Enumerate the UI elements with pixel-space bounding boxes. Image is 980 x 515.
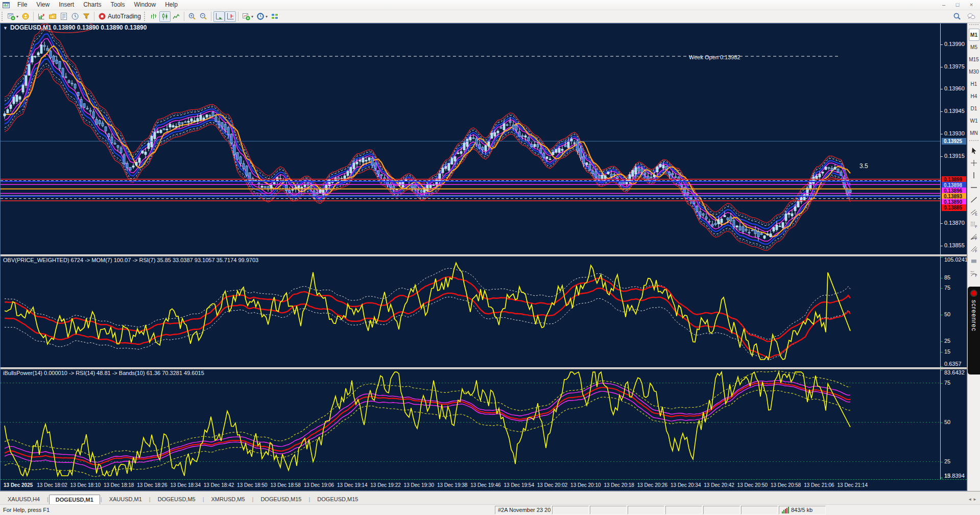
line-chart-button[interactable]	[171, 11, 182, 22]
period-button-w1[interactable]: W1	[969, 114, 979, 127]
vertical-line-tool-button[interactable]	[969, 169, 979, 181]
tab-dogeusd-m1[interactable]: DOGEUSD,M1	[49, 495, 100, 505]
minimize-button[interactable]: –	[938, 1, 950, 9]
bar-chart-button[interactable]	[148, 11, 159, 22]
cursor-tool-button[interactable]	[969, 145, 979, 157]
chart-title[interactable]: ▼DOGEUSD,M1 0.13890 0.13890 0.13890 0.13…	[3, 24, 147, 31]
main-chart-plot[interactable]: ▼DOGEUSD,M1 0.13890 0.13890 0.13890 0.13…	[1, 24, 940, 254]
zoom-out-button[interactable]	[198, 11, 209, 22]
dropdown-arrow-icon[interactable]: ▾	[16, 14, 18, 19]
chart-shift-button[interactable]	[225, 11, 236, 22]
menu-charts[interactable]: Charts	[79, 0, 106, 10]
zoom-in-button[interactable]	[186, 11, 198, 22]
axis-tick	[941, 383, 943, 384]
dropdown-arrow-icon[interactable]: ▾	[251, 14, 253, 19]
tab-scroll-right-icon[interactable]: ►	[973, 497, 977, 502]
tab-xauusd-m1[interactable]: XAUUSD,M1	[103, 494, 149, 504]
period-button-mn[interactable]: MN	[969, 127, 979, 139]
sidebar-grip[interactable]	[969, 24, 978, 28]
chart-title-text: DOGEUSD,M1 0.13890 0.13890 0.13890 0.138…	[10, 24, 147, 31]
indicator1-plot[interactable]: OBV(PRICE_WEIGHTED) 6724 -> MOM(7) 100.0…	[1, 256, 940, 367]
period-button-h4[interactable]: H4	[969, 90, 979, 102]
menu-tools[interactable]: Tools	[106, 0, 130, 10]
sidebar-grip[interactable]	[969, 140, 978, 144]
equidistant-channel-tool-button[interactable]: E	[969, 206, 979, 218]
indicator1-axis[interactable]: 105.024185755025150.6357	[940, 256, 967, 367]
rectangle-tool-button[interactable]	[969, 255, 979, 267]
indicators-button[interactable]: ▾	[241, 11, 255, 22]
candlestick-chart-icon	[161, 12, 169, 20]
time-tick-label: 13 Dec 20:02	[537, 482, 568, 488]
price-tick-label: 0.13915	[944, 153, 965, 159]
candlestick-chart-button[interactable]	[159, 11, 171, 22]
close-button[interactable]: ×	[965, 1, 977, 9]
tab-scroll-left-icon[interactable]: ◄	[968, 497, 972, 502]
screenrec-widget[interactable]: screenrec	[968, 287, 980, 374]
main-price-axis[interactable]: 0.139900.139750.139600.139450.139300.139…	[940, 24, 967, 254]
fibonacci-fan-tool-button[interactable]: F	[969, 230, 979, 243]
period-button-m5[interactable]: M5	[969, 41, 979, 53]
menu-window[interactable]: Window	[130, 0, 161, 10]
time-tick-label: 13 Dec 19:14	[337, 482, 368, 488]
horizontal-line-tool-button[interactable]	[969, 181, 979, 194]
toolbar-grip[interactable]	[2, 12, 4, 21]
chat-button[interactable]	[966, 11, 977, 22]
fibonacci-channel-tool-button[interactable]: F	[969, 243, 979, 255]
new-order-button[interactable]	[81, 11, 92, 22]
indicator-tick-label: 15	[944, 348, 950, 355]
terminal-button[interactable]	[69, 11, 81, 22]
fibonacci-expansion-tool-button[interactable]: F	[969, 267, 979, 279]
axis-tick	[941, 156, 943, 157]
menu-help[interactable]: Help	[160, 0, 182, 10]
restore-button[interactable]: □	[951, 1, 964, 9]
tab-dogeusd-m15[interactable]: DOGEUSD,M15	[254, 494, 308, 504]
axis-tick	[941, 370, 943, 370]
fibonacci-retracement-tool-button[interactable]: F	[969, 218, 979, 230]
price-tick-label: 0.13855	[944, 242, 965, 248]
time-tick-label: 13 Dec 18:34	[171, 482, 201, 488]
zoom-in-icon	[188, 12, 196, 20]
trendline-tool-button[interactable]	[969, 194, 979, 206]
autotrading-button[interactable]: AutoTrading	[97, 11, 142, 22]
indicator2-plot[interactable]: iBullsPower(14) 0.000010 -> RSI(14) 48.8…	[1, 369, 940, 479]
signal-bar	[783, 510, 784, 513]
period-button-h1[interactable]: H1	[969, 78, 979, 90]
profiles-icon	[21, 12, 30, 20]
periods-button[interactable]: ▾	[255, 11, 269, 22]
time-tick-label: 13 Dec 20:26	[637, 482, 668, 488]
period-button-d1[interactable]: D1	[969, 102, 979, 114]
navigator-button[interactable]	[58, 11, 69, 22]
tab-xmrusd-m5[interactable]: XMRUSD,M5	[205, 494, 252, 504]
indicator2-label: iBullsPower(14) 0.000010 -> RSI(14) 48.8…	[3, 370, 204, 376]
search-button[interactable]	[951, 11, 963, 22]
indicator-tick-label: 25	[944, 458, 950, 464]
indicator2-axis[interactable]: 83.64327550251513.8394	[940, 369, 967, 479]
market-watch-button[interactable]	[36, 11, 47, 22]
auto-scroll-button[interactable]	[213, 11, 225, 22]
menu-view[interactable]: View	[32, 0, 54, 10]
crosshair-tool-button[interactable]	[969, 157, 979, 169]
menu-file[interactable]: File	[13, 0, 32, 10]
tab-dogeusd-m15[interactable]: DOGEUSD,M15	[310, 494, 365, 504]
period-button-m1[interactable]: M1	[969, 29, 979, 41]
dropdown-arrow-icon[interactable]: ▾	[266, 14, 268, 19]
new-chart-button[interactable]: ▾	[6, 11, 20, 22]
status-connection-cell: 843/5 kb	[779, 506, 826, 514]
templates-button[interactable]	[269, 11, 280, 22]
new-chart-icon	[7, 12, 15, 20]
record-icon[interactable]	[970, 290, 977, 297]
menu-insert[interactable]: Insert	[54, 0, 79, 10]
axis-tick	[941, 341, 943, 342]
toolbar-grip[interactable]	[144, 12, 146, 21]
tab-xauusd-h4[interactable]: XAUUSD,H4	[1, 494, 46, 504]
indicator-tick-label: 105.0241	[944, 256, 968, 263]
profiles-button[interactable]	[20, 11, 31, 22]
history-center-button[interactable]	[47, 11, 58, 22]
svg-text:F: F	[975, 225, 977, 228]
period-button-m15[interactable]: M15	[969, 53, 979, 65]
tab-dogeusd-m5[interactable]: DOGEUSD,M5	[151, 494, 202, 504]
period-button-m30[interactable]: M30	[969, 65, 979, 78]
time-axis[interactable]: 13 Dec 202513 Dec 18:0213 Dec 18:1013 De…	[1, 479, 967, 490]
time-tick-label: 13 Dec 19:30	[404, 482, 435, 488]
time-tick-label: 13 Dec 18:18	[104, 482, 134, 488]
